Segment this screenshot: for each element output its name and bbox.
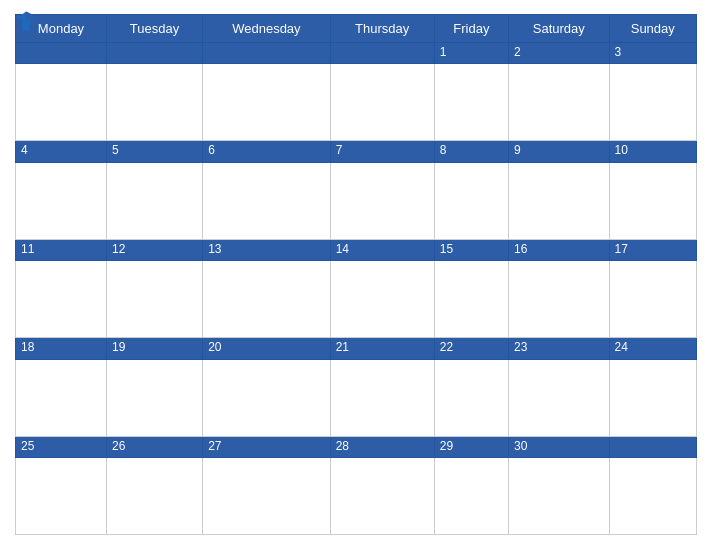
date-cell xyxy=(16,43,107,64)
day-number: 2 xyxy=(514,45,604,59)
content-cell xyxy=(434,64,508,141)
content-cell xyxy=(106,64,202,141)
content-row-1 xyxy=(16,162,697,239)
content-cell xyxy=(16,261,107,338)
content-cell xyxy=(609,64,696,141)
date-cell: 5 xyxy=(106,141,202,162)
content-row-0 xyxy=(16,64,697,141)
date-cell xyxy=(609,436,696,457)
date-cell: 30 xyxy=(509,436,610,457)
date-cell: 12 xyxy=(106,239,202,260)
logo-bird-icon xyxy=(15,10,37,32)
day-number: 26 xyxy=(112,439,197,453)
day-number: 21 xyxy=(336,340,429,354)
date-row-2: 11121314151617 xyxy=(16,239,697,260)
date-cell: 8 xyxy=(434,141,508,162)
weekday-header-saturday: Saturday xyxy=(509,15,610,43)
date-row-3: 18192021222324 xyxy=(16,338,697,359)
content-row-4 xyxy=(16,458,697,535)
date-cell: 16 xyxy=(509,239,610,260)
date-cell: 7 xyxy=(330,141,434,162)
day-number: 28 xyxy=(336,439,429,453)
content-cell xyxy=(330,162,434,239)
date-cell: 4 xyxy=(16,141,107,162)
date-cell: 25 xyxy=(16,436,107,457)
weekday-header-sunday: Sunday xyxy=(609,15,696,43)
date-cell: 2 xyxy=(509,43,610,64)
content-cell xyxy=(203,162,330,239)
content-cell xyxy=(16,64,107,141)
date-cell: 29 xyxy=(434,436,508,457)
svg-marker-1 xyxy=(26,11,36,20)
day-number: 3 xyxy=(615,45,691,59)
content-row-2 xyxy=(16,261,697,338)
day-number: 14 xyxy=(336,242,429,256)
content-cell xyxy=(509,261,610,338)
content-cell xyxy=(16,458,107,535)
date-cell: 1 xyxy=(434,43,508,64)
content-cell xyxy=(330,261,434,338)
day-number: 16 xyxy=(514,242,604,256)
content-cell xyxy=(106,359,202,436)
date-cell: 24 xyxy=(609,338,696,359)
content-cell xyxy=(434,359,508,436)
date-cell: 27 xyxy=(203,436,330,457)
weekday-header-row: MondayTuesdayWednesdayThursdayFridaySatu… xyxy=(16,15,697,43)
logo xyxy=(15,10,40,32)
day-number: 19 xyxy=(112,340,197,354)
date-cell: 22 xyxy=(434,338,508,359)
content-cell xyxy=(609,162,696,239)
content-cell xyxy=(106,162,202,239)
content-cell xyxy=(509,162,610,239)
date-cell: 10 xyxy=(609,141,696,162)
date-cell: 11 xyxy=(16,239,107,260)
content-cell xyxy=(509,64,610,141)
day-number: 7 xyxy=(336,143,429,157)
date-cell: 18 xyxy=(16,338,107,359)
content-cell xyxy=(16,359,107,436)
day-number: 29 xyxy=(440,439,503,453)
content-cell xyxy=(203,64,330,141)
content-cell xyxy=(16,162,107,239)
content-cell xyxy=(609,458,696,535)
day-number: 17 xyxy=(615,242,691,256)
day-number: 6 xyxy=(208,143,324,157)
date-cell: 20 xyxy=(203,338,330,359)
date-cell: 26 xyxy=(106,436,202,457)
day-number: 20 xyxy=(208,340,324,354)
content-cell xyxy=(609,359,696,436)
date-cell: 6 xyxy=(203,141,330,162)
date-cell: 19 xyxy=(106,338,202,359)
date-cell: 21 xyxy=(330,338,434,359)
day-number: 9 xyxy=(514,143,604,157)
weekday-header-tuesday: Tuesday xyxy=(106,15,202,43)
day-number: 25 xyxy=(21,439,101,453)
content-cell xyxy=(434,162,508,239)
content-cell xyxy=(203,261,330,338)
day-number: 27 xyxy=(208,439,324,453)
day-number: 22 xyxy=(440,340,503,354)
day-number: 30 xyxy=(514,439,604,453)
day-number: 5 xyxy=(112,143,197,157)
date-cell: 28 xyxy=(330,436,434,457)
day-number: 8 xyxy=(440,143,503,157)
date-cell: 13 xyxy=(203,239,330,260)
date-row-1: 45678910 xyxy=(16,141,697,162)
content-cell xyxy=(106,458,202,535)
date-row-4: 252627282930 xyxy=(16,436,697,457)
day-number: 10 xyxy=(615,143,691,157)
content-cell xyxy=(203,359,330,436)
content-cell xyxy=(434,261,508,338)
day-number: 11 xyxy=(21,242,101,256)
content-cell xyxy=(330,359,434,436)
content-cell xyxy=(434,458,508,535)
weekday-header-thursday: Thursday xyxy=(330,15,434,43)
day-number: 15 xyxy=(440,242,503,256)
content-cell xyxy=(509,359,610,436)
date-cell: 15 xyxy=(434,239,508,260)
date-cell: 9 xyxy=(509,141,610,162)
day-number: 23 xyxy=(514,340,604,354)
date-cell: 23 xyxy=(509,338,610,359)
date-cell xyxy=(330,43,434,64)
date-cell: 3 xyxy=(609,43,696,64)
